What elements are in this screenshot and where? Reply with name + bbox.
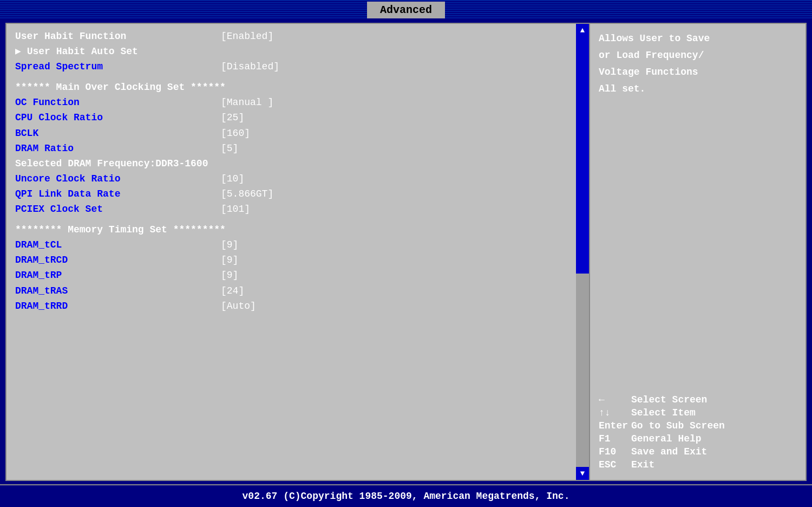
key-1: ↑↓ bbox=[599, 407, 631, 418]
label-dram-trp: DRAM_tRP bbox=[15, 268, 221, 282]
label-dram-ratio: DRAM Ratio bbox=[15, 141, 221, 155]
bios-row-user-habit-function[interactable]: User Habit Function[Enabled] bbox=[15, 29, 580, 43]
help-line-3: All set. bbox=[599, 82, 797, 96]
key-desc-2: Go to Sub Screen bbox=[631, 420, 725, 431]
key-4: F10 bbox=[599, 446, 631, 457]
scroll-thumb bbox=[576, 37, 589, 274]
key-desc-1: Select Item bbox=[631, 407, 696, 418]
active-tab[interactable]: Advanced bbox=[367, 2, 445, 18]
value-spread-spectrum: [Disabled] bbox=[221, 60, 279, 74]
bios-rows: User Habit Function[Enabled]▶ User Habit… bbox=[15, 29, 580, 313]
value-user-habit-function: [Enabled] bbox=[221, 29, 273, 43]
bios-row-memory-timing-header: ******** Memory Timing Set ********* bbox=[15, 223, 580, 237]
key-desc-3: General Help bbox=[631, 433, 702, 444]
label-spread-spectrum: Spread Spectrum bbox=[15, 60, 221, 74]
right-panel: Allows User to Saveor Load Frequency/Vol… bbox=[589, 24, 806, 480]
value-qpi-link-data-rate: [5.866GT] bbox=[221, 187, 273, 201]
value-dram-tcl: [9] bbox=[221, 238, 238, 252]
keybind-row-0: ←Select Screen bbox=[599, 394, 797, 405]
bios-row-main-oc-header: ****** Main Over Clocking Set ****** bbox=[15, 80, 580, 94]
bios-row-spread-spectrum[interactable]: Spread Spectrum[Disabled] bbox=[15, 60, 580, 74]
help-line-0: Allows User to Save bbox=[599, 31, 797, 46]
label-dram-tras: DRAM_tRAS bbox=[15, 284, 221, 298]
bottom-bar: v02.67 (C)Copyright 1985-2009, American … bbox=[0, 484, 812, 507]
label-user-habit-auto-set: ▶ User Habit Auto Set bbox=[15, 44, 221, 58]
value-oc-function: [Manual ] bbox=[221, 95, 273, 109]
left-panel: User Habit Function[Enabled]▶ User Habit… bbox=[6, 24, 589, 480]
keybind-row-5: ESCExit bbox=[599, 459, 797, 470]
value-dram-tras: [24] bbox=[221, 284, 244, 298]
help-line-2: Voltage Functions bbox=[599, 65, 797, 80]
scroll-up-button[interactable]: ▲ bbox=[576, 24, 589, 37]
bios-row-user-habit-auto-set: ▶ User Habit Auto Set bbox=[15, 44, 580, 58]
value-dram-trp: [9] bbox=[221, 268, 238, 282]
scroll-track bbox=[576, 37, 589, 467]
value-uncore-clock-ratio: [10] bbox=[221, 172, 244, 186]
help-line-1: or Load Frequency/ bbox=[599, 48, 797, 63]
scroll-down-button[interactable]: ▼ bbox=[576, 467, 589, 480]
keybind-row-4: F10Save and Exit bbox=[599, 446, 797, 457]
key-5: ESC bbox=[599, 459, 631, 470]
label-main-oc-header: ****** Main Over Clocking Set ****** bbox=[15, 80, 226, 94]
keybind-row-1: ↑↓Select Item bbox=[599, 407, 797, 418]
label-cpu-clock-ratio: CPU Clock Ratio bbox=[15, 110, 221, 125]
value-pciex-clock-set: [101] bbox=[221, 202, 250, 216]
label-dram-tcl: DRAM_tCL bbox=[15, 238, 221, 252]
bios-row-pciex-clock-set[interactable]: PCIEX Clock Set[101] bbox=[15, 202, 580, 216]
value-cpu-clock-ratio: [25] bbox=[221, 110, 244, 125]
bios-row-qpi-link-data-rate[interactable]: QPI Link Data Rate[5.866GT] bbox=[15, 187, 580, 201]
value-dram-trrd: [Auto] bbox=[221, 299, 256, 313]
bios-row-bclk[interactable]: BCLK[160] bbox=[15, 126, 580, 140]
bios-row-oc-function[interactable]: OC Function[Manual ] bbox=[15, 95, 580, 109]
label-selected-dram-freq: Selected DRAM Frequency:DDR3-1600 bbox=[15, 157, 221, 171]
key-desc-0: Select Screen bbox=[631, 394, 707, 405]
key-desc-4: Save and Exit bbox=[631, 446, 707, 457]
main-area: User Habit Function[Enabled]▶ User Habit… bbox=[0, 20, 812, 484]
bios-row-dram-ratio[interactable]: DRAM Ratio[5] bbox=[15, 141, 580, 155]
label-dram-trcd: DRAM_tRCD bbox=[15, 253, 221, 267]
value-dram-trcd: [9] bbox=[221, 253, 238, 267]
value-bclk: [160] bbox=[221, 126, 250, 140]
bios-row-dram-tras[interactable]: DRAM_tRAS[24] bbox=[15, 284, 580, 298]
bottom-copyright: v02.67 (C)Copyright 1985-2009, American … bbox=[243, 491, 570, 502]
top-bar: Advanced bbox=[0, 0, 812, 20]
label-memory-timing-header: ******** Memory Timing Set ********* bbox=[15, 223, 226, 237]
label-oc-function: OC Function bbox=[15, 95, 221, 109]
bios-row-uncore-clock-ratio[interactable]: Uncore Clock Ratio[10] bbox=[15, 172, 580, 186]
bios-row-dram-tcl[interactable]: DRAM_tCL[9] bbox=[15, 238, 580, 252]
key-2: Enter bbox=[599, 420, 631, 431]
value-dram-ratio: [5] bbox=[221, 141, 238, 155]
label-pciex-clock-set: PCIEX Clock Set bbox=[15, 202, 221, 216]
bios-row-dram-trcd[interactable]: DRAM_tRCD[9] bbox=[15, 253, 580, 267]
label-bclk: BCLK bbox=[15, 126, 221, 140]
help-section: Allows User to Saveor Load Frequency/Vol… bbox=[599, 31, 797, 99]
keybind-row-3: F1General Help bbox=[599, 433, 797, 444]
label-dram-trrd: DRAM_tRRD bbox=[15, 299, 221, 313]
key-0: ← bbox=[599, 394, 631, 405]
bios-row-cpu-clock-ratio[interactable]: CPU Clock Ratio[25] bbox=[15, 110, 580, 125]
key-3: F1 bbox=[599, 433, 631, 444]
keybind-row-2: EnterGo to Sub Screen bbox=[599, 420, 797, 431]
bios-row-selected-dram-freq: Selected DRAM Frequency:DDR3-1600 bbox=[15, 157, 580, 171]
label-qpi-link-data-rate: QPI Link Data Rate bbox=[15, 187, 221, 201]
bios-row-dram-trrd[interactable]: DRAM_tRRD[Auto] bbox=[15, 299, 580, 313]
scrollbar[interactable]: ▲ ▼ bbox=[576, 24, 589, 480]
label-user-habit-function: User Habit Function bbox=[15, 29, 221, 43]
bios-row-dram-trp[interactable]: DRAM_tRP[9] bbox=[15, 268, 580, 282]
keybind-section: ←Select Screen↑↓Select ItemEnterGo to Su… bbox=[599, 394, 797, 472]
key-desc-5: Exit bbox=[631, 459, 654, 470]
label-uncore-clock-ratio: Uncore Clock Ratio bbox=[15, 172, 221, 186]
content-wrapper: User Habit Function[Enabled]▶ User Habit… bbox=[5, 23, 807, 481]
